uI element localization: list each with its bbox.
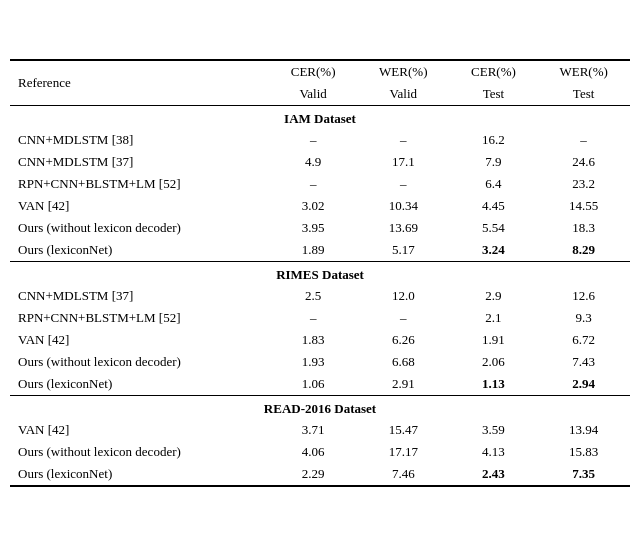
cell-reference: RPN+CNN+BLSTM+LM [52]	[10, 307, 269, 329]
cell-cer-test: 7.9	[450, 151, 538, 173]
cell-cer-valid: 3.02	[269, 195, 357, 217]
cell-cer-valid: 1.83	[269, 329, 357, 351]
cell-cer-test: 4.13	[450, 441, 538, 463]
table-row: Ours (lexiconNet)1.895.173.248.29	[10, 239, 630, 262]
table-row: CNN+MDLSTM [37]4.917.17.924.6	[10, 151, 630, 173]
results-table: Reference CER(%) WER(%) CER(%) WER(%) Va…	[10, 59, 630, 487]
cell-reference: Ours (without lexicon decoder)	[10, 441, 269, 463]
cell-cer-valid: 1.89	[269, 239, 357, 262]
cell-cer-test: 3.24	[450, 239, 538, 262]
table-row: Ours (without lexicon decoder)4.0617.174…	[10, 441, 630, 463]
table-row: VAN [42]1.836.261.916.72	[10, 329, 630, 351]
table-row: CNN+MDLSTM [38]––16.2–	[10, 129, 630, 151]
cell-cer-test: 5.54	[450, 217, 538, 239]
cell-wer-valid: 17.17	[357, 441, 450, 463]
cell-cer-test: 2.06	[450, 351, 538, 373]
table-row: Ours (without lexicon decoder)3.9513.695…	[10, 217, 630, 239]
col-wer-test-sub: Test	[537, 83, 630, 106]
cell-wer-valid: 2.91	[357, 373, 450, 396]
cell-cer-valid: 2.5	[269, 285, 357, 307]
cell-reference: VAN [42]	[10, 419, 269, 441]
table-container: Reference CER(%) WER(%) CER(%) WER(%) Va…	[10, 59, 630, 487]
cell-wer-test: 23.2	[537, 173, 630, 195]
cell-reference: Ours (lexiconNet)	[10, 373, 269, 396]
cell-wer-valid: –	[357, 307, 450, 329]
cell-reference: Ours (lexiconNet)	[10, 239, 269, 262]
cell-cer-valid: 4.06	[269, 441, 357, 463]
cell-wer-valid: 13.69	[357, 217, 450, 239]
cell-wer-test: –	[537, 129, 630, 151]
cell-cer-valid: 3.95	[269, 217, 357, 239]
cell-reference: CNN+MDLSTM [37]	[10, 151, 269, 173]
table-row: RPN+CNN+BLSTM+LM [52]––6.423.2	[10, 173, 630, 195]
cell-wer-test: 14.55	[537, 195, 630, 217]
cell-wer-valid: 12.0	[357, 285, 450, 307]
cell-cer-test: 2.1	[450, 307, 538, 329]
section-label: IAM Dataset	[10, 105, 630, 129]
section-row: IAM Dataset	[10, 105, 630, 129]
cell-wer-valid: –	[357, 129, 450, 151]
cell-wer-valid: –	[357, 173, 450, 195]
cell-reference: CNN+MDLSTM [37]	[10, 285, 269, 307]
col-wer-test-label: WER(%)	[537, 60, 630, 83]
col-wer-valid-sub: Valid	[357, 83, 450, 106]
table-row: CNN+MDLSTM [37]2.512.02.912.6	[10, 285, 630, 307]
cell-cer-test: 16.2	[450, 129, 538, 151]
cell-reference: VAN [42]	[10, 329, 269, 351]
cell-cer-valid: 4.9	[269, 151, 357, 173]
col-reference: Reference	[10, 60, 269, 106]
cell-reference: VAN [42]	[10, 195, 269, 217]
cell-cer-valid: 1.93	[269, 351, 357, 373]
section-row: READ-2016 Dataset	[10, 395, 630, 419]
cell-wer-test: 24.6	[537, 151, 630, 173]
section-row: RIMES Dataset	[10, 261, 630, 285]
cell-wer-valid: 6.26	[357, 329, 450, 351]
cell-wer-test: 18.3	[537, 217, 630, 239]
cell-wer-test: 12.6	[537, 285, 630, 307]
cell-cer-test: 6.4	[450, 173, 538, 195]
cell-wer-test: 13.94	[537, 419, 630, 441]
cell-wer-test: 8.29	[537, 239, 630, 262]
cell-cer-test: 3.59	[450, 419, 538, 441]
cell-reference: RPN+CNN+BLSTM+LM [52]	[10, 173, 269, 195]
cell-cer-test: 1.13	[450, 373, 538, 396]
col-cer-valid-label: CER(%)	[269, 60, 357, 83]
cell-cer-test: 1.91	[450, 329, 538, 351]
cell-wer-valid: 10.34	[357, 195, 450, 217]
cell-cer-valid: –	[269, 129, 357, 151]
cell-cer-valid: 3.71	[269, 419, 357, 441]
table-row: RPN+CNN+BLSTM+LM [52]––2.19.3	[10, 307, 630, 329]
cell-wer-valid: 15.47	[357, 419, 450, 441]
cell-wer-valid: 5.17	[357, 239, 450, 262]
col-wer-valid-label: WER(%)	[357, 60, 450, 83]
cell-wer-test: 15.83	[537, 441, 630, 463]
cell-cer-valid: –	[269, 173, 357, 195]
table-row: VAN [42]3.7115.473.5913.94	[10, 419, 630, 441]
col-cer-test-sub: Test	[450, 83, 538, 106]
cell-cer-valid: 1.06	[269, 373, 357, 396]
cell-cer-valid: 2.29	[269, 463, 357, 486]
table-row: VAN [42]3.0210.344.4514.55	[10, 195, 630, 217]
cell-wer-test: 7.35	[537, 463, 630, 486]
cell-cer-test: 2.9	[450, 285, 538, 307]
cell-cer-valid: –	[269, 307, 357, 329]
cell-wer-test: 9.3	[537, 307, 630, 329]
table-row: Ours (without lexicon decoder)1.936.682.…	[10, 351, 630, 373]
cell-reference: Ours (lexiconNet)	[10, 463, 269, 486]
cell-wer-valid: 6.68	[357, 351, 450, 373]
header-row: Reference CER(%) WER(%) CER(%) WER(%)	[10, 60, 630, 83]
cell-reference: Ours (without lexicon decoder)	[10, 351, 269, 373]
cell-wer-test: 2.94	[537, 373, 630, 396]
col-cer-valid-sub: Valid	[269, 83, 357, 106]
col-cer-test-label: CER(%)	[450, 60, 538, 83]
section-label: READ-2016 Dataset	[10, 395, 630, 419]
section-label: RIMES Dataset	[10, 261, 630, 285]
cell-cer-test: 4.45	[450, 195, 538, 217]
table-row: Ours (lexiconNet)2.297.462.437.35	[10, 463, 630, 486]
cell-reference: Ours (without lexicon decoder)	[10, 217, 269, 239]
cell-wer-test: 6.72	[537, 329, 630, 351]
cell-wer-test: 7.43	[537, 351, 630, 373]
cell-cer-test: 2.43	[450, 463, 538, 486]
table-row: Ours (lexiconNet)1.062.911.132.94	[10, 373, 630, 396]
cell-wer-valid: 17.1	[357, 151, 450, 173]
